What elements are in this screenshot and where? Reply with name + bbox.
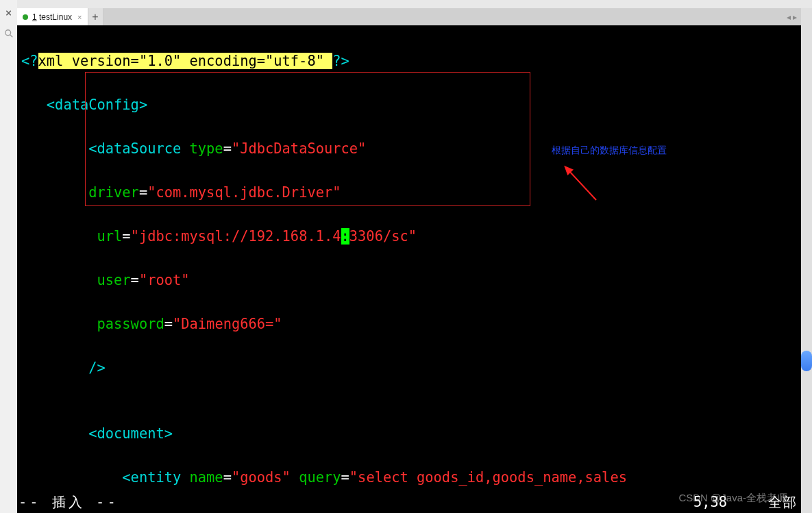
close-icon[interactable]: × bbox=[0, 0, 17, 25]
tab-status-dot bbox=[23, 14, 28, 20]
code-line: <?xml version="1.0" encoding="utf-8" ?> bbox=[21, 50, 797, 72]
search-icon[interactable] bbox=[0, 25, 17, 42]
scrollbar-thumb[interactable] bbox=[801, 351, 812, 371]
vim-mode: -- 插入 -- bbox=[19, 491, 119, 513]
code-line: /> bbox=[21, 357, 797, 379]
left-gutter: × bbox=[0, 0, 17, 513]
new-tab-button[interactable]: + bbox=[88, 8, 103, 25]
code-line: <document> bbox=[21, 423, 797, 445]
tab-testlinux[interactable]: 1 testLinux × bbox=[17, 8, 88, 25]
svg-point-0 bbox=[5, 30, 10, 36]
annotation-text: 根据自己的数据库信息配置 bbox=[552, 139, 667, 161]
terminal-editor[interactable]: <?xml version="1.0" encoding="utf-8" ?> … bbox=[17, 25, 801, 513]
text-cursor: : bbox=[341, 228, 349, 245]
scrollbar-track[interactable] bbox=[801, 8, 812, 513]
code-line: password="Daimeng666=" bbox=[21, 313, 797, 335]
code-line: url="jdbc:mysql://192.168.1.4:3306/sc" bbox=[21, 225, 797, 247]
code-line: user="root" bbox=[21, 269, 797, 291]
svg-line-1 bbox=[10, 35, 12, 38]
watermark: CSDN @Java-全栈老师 bbox=[678, 487, 787, 509]
tab-close-icon[interactable]: × bbox=[76, 13, 83, 21]
tab-bar: 1 testLinux × + ◂ ▸ bbox=[17, 8, 801, 25]
code-line: <entity name="goods" query="select goods… bbox=[21, 466, 797, 488]
annotation-box bbox=[85, 72, 530, 206]
tab-scroll-arrows[interactable]: ◂ ▸ bbox=[787, 8, 801, 25]
tab-title: 1 testLinux bbox=[32, 12, 72, 22]
